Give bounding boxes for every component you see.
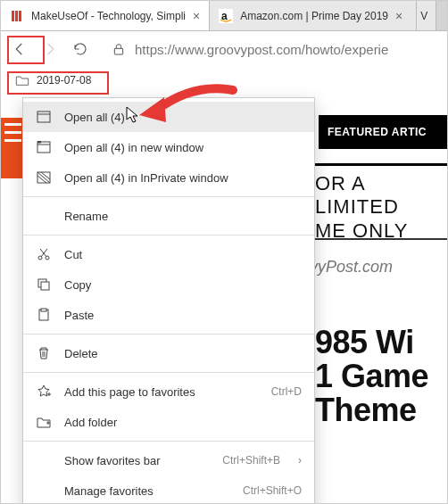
menu-cut[interactable]: Cut: [23, 239, 314, 269]
folder-add-icon: [36, 414, 52, 430]
promo-text: OR A LIMITED ME ONLY: [315, 172, 447, 243]
svg-rect-2: [15, 11, 18, 21]
shortcut-label: Ctrl+D: [271, 385, 302, 398]
inprivate-icon: [36, 169, 52, 186]
refresh-button[interactable]: [67, 36, 94, 62]
menu-separator: [23, 235, 314, 235]
menu-rename[interactable]: Rename: [23, 201, 314, 231]
lock-icon[interactable]: [106, 37, 131, 62]
menu-copy[interactable]: Copy: [23, 269, 314, 300]
menu-add-folder[interactable]: Add folder: [23, 407, 314, 437]
article-headline[interactable]: 985 Wi 1 Game Theme: [315, 326, 447, 426]
tab-title: Amazon.com | Prime Day 2019: [240, 10, 388, 22]
folder-label: 2019-07-08: [37, 74, 91, 87]
menu-separator: [23, 441, 314, 442]
address-bar-row: https://www.groovypost.com/howto/experie: [1, 31, 447, 67]
svg-rect-9: [37, 142, 50, 153]
shortcut-label: Ctrl+Shift+B: [222, 454, 280, 467]
new-window-icon: [36, 139, 52, 155]
favorites-bar: 2019-07-08: [1, 67, 447, 94]
menu-show-favorites-bar[interactable]: Show favorites bar Ctrl+Shift+B ›: [23, 445, 314, 475]
shortcut-label: Ctrl+Shift+O: [243, 484, 302, 497]
tab-item[interactable]: MakeUseOf - Technology, Simpli ×: [1, 1, 210, 30]
tab-title: MakeUseOf - Technology, Simpli: [31, 10, 186, 22]
chevron-right-icon: ›: [298, 454, 302, 467]
menu-open-all[interactable]: Open all (4): [23, 102, 314, 132]
delete-icon: [36, 345, 52, 361]
copy-icon: [36, 277, 52, 293]
menu-separator: [23, 372, 314, 373]
favicon-amazon: a: [219, 9, 233, 23]
folder-icon: [15, 74, 29, 87]
url-text[interactable]: https://www.groovypost.com/howto/experie: [135, 42, 388, 57]
cut-icon: [36, 246, 52, 262]
svg-rect-1: [12, 11, 14, 21]
svg-rect-3: [19, 11, 21, 21]
favorites-folder[interactable]: 2019-07-08: [8, 72, 98, 88]
forward-button: [37, 36, 63, 62]
menu-separator: [23, 196, 314, 197]
menu-delete[interactable]: Delete: [23, 338, 314, 368]
back-button[interactable]: [6, 36, 33, 62]
nav-featured[interactable]: FEATURED ARTIC: [319, 115, 447, 149]
tab-item[interactable]: a Amazon.com | Prime Day 2019 ×: [210, 1, 417, 30]
menu-paste[interactable]: Paste: [23, 300, 314, 330]
svg-rect-18: [41, 309, 46, 311]
tab-item[interactable]: V: [417, 1, 436, 30]
context-menu: Open all (4) Open all (4) in new window …: [22, 97, 315, 504]
tab-close-icon[interactable]: ×: [193, 9, 200, 23]
tab-title: V: [420, 10, 427, 22]
menu-open-all-inprivate[interactable]: Open all (4) in InPrivate window: [23, 162, 314, 193]
menu-add-page-to-favorites[interactable]: Add this page to favorites Ctrl+D: [23, 376, 314, 407]
svg-rect-16: [41, 282, 49, 290]
menu-open-all-new-window[interactable]: Open all (4) in new window: [23, 132, 314, 162]
svg-rect-7: [37, 112, 50, 122]
paste-icon: [36, 307, 52, 323]
menu-separator: [23, 334, 314, 335]
star-add-icon: [36, 384, 52, 400]
svg-rect-6: [114, 48, 122, 54]
menu-manage-favorites[interactable]: Manage favorites Ctrl+Shift+O: [23, 475, 314, 504]
tab-close-icon[interactable]: ×: [395, 9, 402, 23]
favicon-makeuseof: [10, 9, 24, 23]
window-icon: [36, 109, 52, 125]
tab-strip: MakeUseOf - Technology, Simpli × a Amazo…: [1, 1, 447, 31]
